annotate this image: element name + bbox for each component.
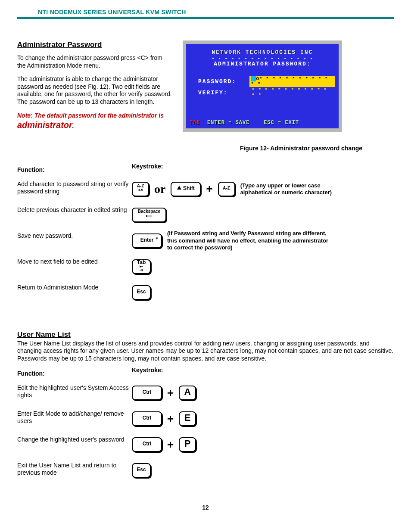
scr-dashes: - - - - - - - - - - - - - - - - [190,56,335,61]
key-az: A-Z [218,182,235,196]
key-enter: Enter ⤶ [132,233,162,248]
page-header: NTI NODEMUX SERIES UNIVERSAL KVM SWITCH [17,4,394,19]
user-name-list-title: User Name List [17,330,394,339]
scr-footer-save: ENTER = SAVE [207,120,249,126]
key-tab: Tab ⇤⇥ [132,259,151,274]
key-e: E [179,411,196,426]
s1-note-1: (Type any upper or lower case alphabetic… [240,182,352,196]
scr-password-label: PASSWORD: [198,78,249,85]
s2-func-3: Change the highlighted user's password [17,432,132,457]
s1-func-5: Return to Administration Mode [17,280,132,305]
scr-verify-field: * * * * * * * * * * * * * * [250,87,335,98]
page-number: 12 [17,504,394,511]
scr-verify-label: VERIFY: [198,90,250,96]
key-esc-1: Esc [132,285,151,300]
s1-func-4: Move to next field to be edited [17,255,132,279]
function-heading: Function: [17,163,132,174]
plus-p: + [165,438,176,451]
s2-func-4: Exit the User Name List and return to pr… [17,458,132,482]
default-password-note: Note: The default password for the admin… [17,112,172,131]
scr-subtitle: ADMINISTRATOR PASSWORD: [190,61,335,67]
key-az09: A-Z0-9 [132,182,149,196]
screenshot-figure: NETWORK TECHNOLOGIES INC - - - - - - - -… [183,40,342,132]
s1-note-3: (If Password string and Verify Password … [167,230,331,251]
key-shift: Shift [171,182,201,196]
scr-footer-esc: ESC = EXIT [264,120,299,126]
function-heading-2: Function: [17,367,132,377]
scr-footer-tab: TAB [190,120,200,126]
or-text: or [152,182,168,196]
key-a: A [179,386,196,400]
s1-func-3: Save new password. [17,229,132,253]
scr-title: NETWORK TECHNOLOGIES INC [190,49,335,56]
key-backspace: Backspace ⟵ [132,208,166,222]
s2-func-1: Edit the highlighted user's System Acces… [17,381,132,405]
plus-1: + [203,182,215,196]
user-name-list-desc: The User Name List displays the list of … [17,340,394,363]
key-p: P [179,437,196,452]
s2-func-2: Enter Edit Mode to add/change/ remove us… [17,407,132,431]
plus-a: + [165,386,176,400]
admin-password-p1: To change the administrator password pre… [17,54,172,69]
scr-password-field: O* * * * * * * * * * * * * [249,76,335,87]
s1-func-2: Delete previous character in edited stri… [17,203,132,227]
s1-func-1: Add character to password string or veri… [17,177,132,201]
key-ctrl-2: Ctrl [132,411,162,426]
keystroke-heading: Keystroke: [132,163,394,174]
keystroke-heading-2: Keystroke: [132,367,394,377]
key-ctrl-3: Ctrl [132,437,162,452]
plus-e: + [165,412,176,426]
figure-caption: Figure 12- Administrator password change [209,145,394,152]
admin-password-p2: The administrator is able to change the … [17,75,172,106]
key-esc-2: Esc [132,463,151,478]
key-ctrl-1: Ctrl [132,386,162,400]
admin-password-title: Administrator Password [17,40,172,49]
